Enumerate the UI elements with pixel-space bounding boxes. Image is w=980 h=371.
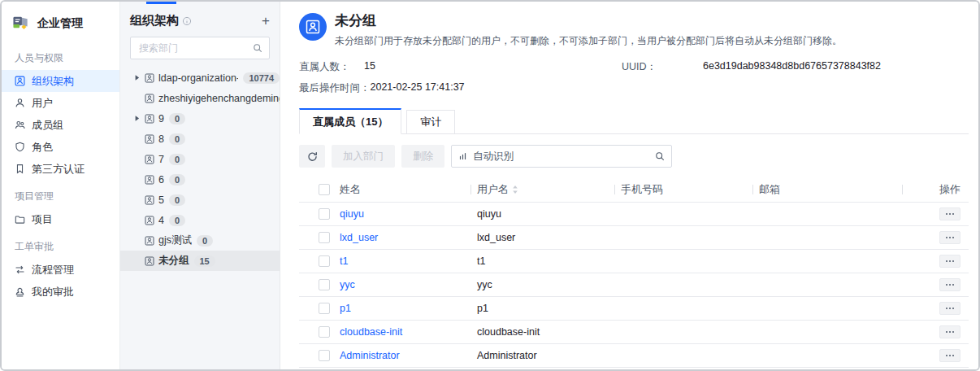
department-tree: ldap-organization-tree-root 10774 zheshi… [120, 68, 280, 271]
sidebar-item-third-party-auth[interactable]: 第三方认证 [2, 158, 119, 180]
member-name-link[interactable]: p1 [340, 303, 351, 314]
search-icon[interactable] [253, 43, 262, 53]
row-checkbox[interactable] [319, 232, 330, 243]
section-label-project: 项目管理 [2, 180, 119, 208]
sidebar-item-projects[interactable]: 项目 [2, 208, 119, 230]
main-panel: 未分组 未分组部门用于存放未分配部门的用户，不可删除，不可添加子部门，当用户被分… [280, 2, 978, 369]
sidebar-item-roles[interactable]: 角色 [2, 136, 119, 158]
org-icon [145, 94, 154, 103]
sidebar-item-label: 流程管理 [32, 263, 74, 277]
table-row: t1 t1 [299, 249, 969, 273]
tree-item-ungrouped[interactable]: 未分组 15 [120, 251, 280, 271]
count-badge: 0 [169, 113, 185, 124]
tree-item-longname[interactable]: zheshiyigehenchangdemingzizheshiyige [120, 88, 280, 108]
table-row: Administrator Administrator [299, 343, 969, 367]
delete-button[interactable]: 删除 [401, 145, 444, 168]
column-header-username[interactable]: 用户名 [470, 182, 614, 197]
more-actions-button[interactable] [939, 231, 960, 244]
org-icon [145, 236, 154, 246]
org-icon [145, 256, 154, 266]
user-icon [15, 98, 25, 108]
sidebar-item-label: 第三方认证 [32, 162, 85, 177]
tab-direct-members[interactable]: 直属成员（15） [299, 108, 401, 134]
tree-item-7[interactable]: 7 0 [120, 149, 280, 169]
org-icon [145, 73, 154, 83]
member-count-label: 直属人数： [299, 60, 364, 74]
table-row: cloudbase-init cloudbase-init [299, 320, 969, 343]
section-label-people: 人员与权限 [2, 41, 119, 70]
count-badge: 0 [169, 154, 185, 165]
row-checkbox[interactable] [319, 255, 330, 267]
more-actions-button[interactable] [939, 302, 960, 315]
department-search-input[interactable] [137, 41, 253, 55]
sidebar-item-member-groups[interactable]: 成员组 [2, 114, 119, 136]
member-name-link[interactable]: Administrator [340, 350, 400, 361]
sidebar-item-my-approvals[interactable]: 我的审批 [2, 281, 119, 303]
app-title: 企业管理 [37, 16, 83, 31]
member-name-link[interactable]: t1 [340, 255, 348, 267]
member-name-link[interactable]: yyc [340, 279, 355, 290]
tree-item-9[interactable]: 9 0 [120, 108, 280, 129]
last-op-value: 2021-02-25 17:41:37 [371, 81, 465, 95]
sidebar-item-label: 组织架构 [32, 74, 74, 89]
column-header-actions: 操作 [902, 182, 969, 197]
tree-item-5[interactable]: 5 0 [120, 190, 280, 210]
org-icon [145, 155, 154, 164]
column-header-email: 邮箱 [752, 182, 902, 197]
sidebar-item-users[interactable]: 用户 [2, 92, 119, 114]
count-badge: 0 [169, 194, 185, 206]
tree-item-4[interactable]: 4 0 [120, 210, 280, 230]
row-checkbox[interactable] [319, 279, 330, 290]
app-logo: 企业管理 [2, 2, 119, 41]
role-icon [15, 142, 25, 152]
tab-audit[interactable]: 审计 [406, 110, 455, 134]
more-actions-button[interactable] [939, 325, 960, 338]
sort-icon[interactable] [512, 185, 518, 194]
more-actions-button[interactable] [939, 278, 960, 291]
tree-item-6[interactable]: 6 0 [120, 169, 280, 190]
member-username: Administrator [470, 350, 614, 361]
meta-block: 直属人数： 15 UUID： 6e3d19dab98348d8bd6765737… [299, 56, 969, 98]
row-checkbox[interactable] [319, 303, 330, 314]
count-badge: 0 [197, 235, 213, 247]
row-checkbox[interactable] [319, 350, 330, 361]
logo-icon [11, 15, 31, 32]
flow-icon [15, 264, 25, 275]
scrollbar-thumb[interactable] [146, 2, 176, 4]
more-actions-button[interactable] [939, 255, 960, 268]
search-icon[interactable] [655, 151, 665, 161]
org-icon [15, 76, 25, 86]
table-row: qiuyu qiuyu [299, 202, 969, 225]
member-count-value: 15 [364, 60, 375, 74]
join-department-button[interactable]: 加入部门 [332, 145, 395, 168]
member-username: t1 [470, 255, 614, 267]
sidebar-item-label: 项目 [32, 212, 53, 227]
uuid-value: 6e3d19dab98348d8bd67657378843f82 [703, 60, 881, 74]
member-search-box[interactable]: 自动识别 [451, 145, 672, 168]
caret-right-icon[interactable] [133, 115, 145, 122]
sidebar-item-org[interactable]: 组织架构 [2, 70, 119, 92]
tree-item-gjs-test[interactable]: gjs测试 0 [120, 230, 280, 251]
info-icon[interactable] [182, 16, 192, 26]
table-header-row: 姓名 用户名 手机号码 邮箱 操作 [299, 177, 969, 202]
member-name-link[interactable]: qiuyu [340, 208, 364, 220]
more-actions-button[interactable] [939, 349, 960, 362]
caret-right-icon[interactable] [133, 74, 145, 81]
row-checkbox[interactable] [319, 326, 330, 338]
add-department-button[interactable]: + [262, 15, 270, 27]
count-badge: 0 [169, 215, 185, 226]
member-name-link[interactable]: cloudbase-init [340, 326, 402, 338]
row-checkbox[interactable] [319, 208, 330, 220]
tree-item-8[interactable]: 8 0 [120, 129, 280, 149]
sidebar-item-process-mgmt[interactable]: 流程管理 [2, 259, 119, 281]
tree-item-ldap-root[interactable]: ldap-organization-tree-root 10774 [120, 68, 280, 88]
sidebar-item-label: 成员组 [32, 118, 63, 133]
member-username: yyc [470, 279, 614, 290]
sidebar-item-label: 我的审批 [32, 285, 74, 299]
member-name-link[interactable]: lxd_user [340, 232, 378, 243]
select-all-checkbox[interactable] [319, 184, 330, 195]
more-actions-button[interactable] [939, 207, 960, 220]
count-badge: 15 [194, 255, 215, 267]
sidebar: 企业管理 人员与权限 组织架构 用户 成员组 角色 第三方认证 项目管理 项目 … [2, 2, 120, 369]
refresh-button[interactable] [299, 145, 325, 168]
